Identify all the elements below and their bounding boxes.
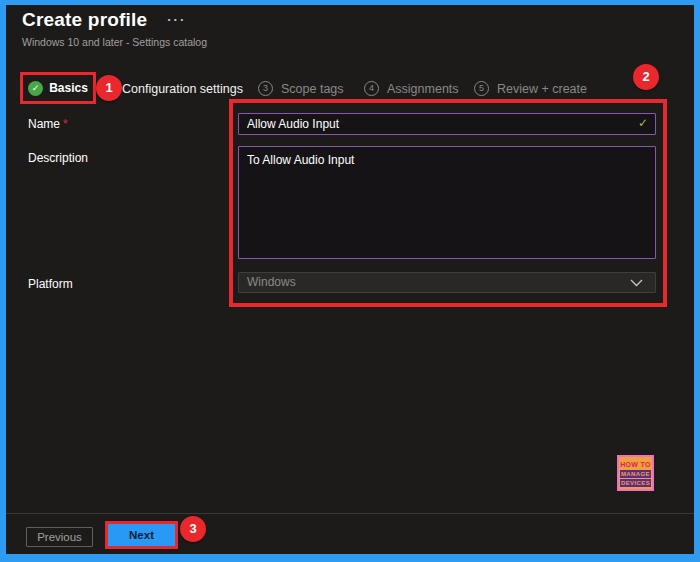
name-input[interactable]	[238, 113, 656, 135]
page-title: Create profile···	[22, 9, 186, 31]
tab-review-create-number: 5	[474, 81, 489, 96]
tab-basics-label: Basics	[49, 81, 88, 95]
name-field-label: Name*	[28, 117, 68, 131]
name-valid-check-icon: ✓	[638, 116, 648, 130]
tab-assignments-number: 4	[364, 81, 379, 96]
description-textarea[interactable]: To Allow Audio Input	[238, 146, 656, 259]
next-button[interactable]: Next	[108, 524, 175, 546]
logo-line3: DEVICES	[620, 479, 651, 487]
footer-divider	[6, 513, 694, 514]
logo-inner: HOW TO MANAGE DEVICES	[619, 457, 652, 489]
platform-dropdown[interactable]: Windows	[238, 272, 656, 293]
annotation-step-badge-2: 2	[633, 64, 659, 90]
required-asterisk: *	[63, 117, 68, 131]
tab-configuration-settings[interactable]: Configuration settings	[122, 82, 243, 96]
tab-scope-tags[interactable]: 3 Scope tags	[258, 81, 344, 96]
annotation-step-badge-1: 1	[96, 75, 122, 101]
chevron-down-icon	[630, 279, 643, 287]
context-menu-ellipsis-icon[interactable]: ···	[167, 12, 186, 27]
tab-basics-annotation-box[interactable]: ✓ Basics	[20, 72, 96, 104]
tab-assignments[interactable]: 4 Assignments	[364, 81, 459, 96]
tab-scope-tags-label: Scope tags	[281, 82, 344, 96]
annotation-box-next: Next	[105, 521, 178, 549]
name-label-text: Name	[28, 117, 60, 131]
tab-scope-tags-number: 3	[258, 81, 273, 96]
screenshot-frame: Create profile··· Windows 10 and later -…	[0, 0, 700, 562]
annotation-step-badge-3: 3	[180, 516, 206, 542]
howtomanagedevices-logo: HOW TO MANAGE DEVICES	[617, 455, 654, 491]
platform-field-label: Platform	[28, 277, 73, 291]
tab-assignments-label: Assignments	[387, 82, 459, 96]
previous-button[interactable]: Previous	[26, 527, 93, 547]
page-subtitle: Windows 10 and later - Settings catalog	[22, 36, 207, 48]
logo-line2: MANAGE	[620, 470, 651, 478]
logo-line1: HOW TO	[620, 460, 650, 469]
tab-review-create-label: Review + create	[497, 82, 587, 96]
description-field-label: Description	[28, 151, 88, 165]
page-title-text: Create profile	[22, 9, 147, 30]
tab-review-create[interactable]: 5 Review + create	[474, 81, 587, 96]
basics-complete-check-icon: ✓	[28, 81, 43, 96]
